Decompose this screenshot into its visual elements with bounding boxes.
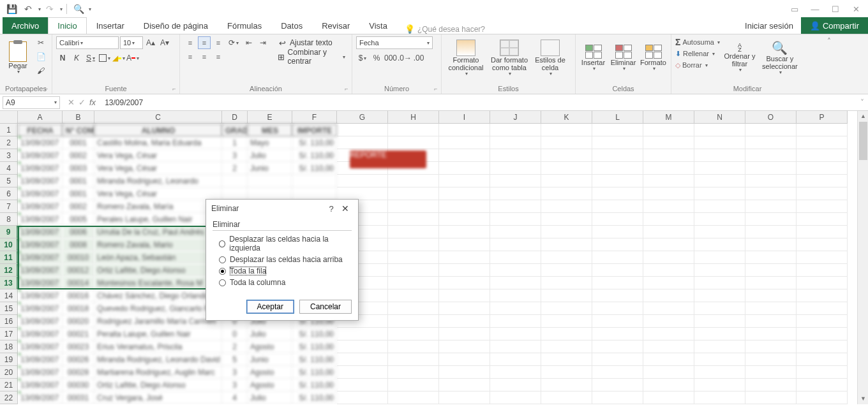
- cell[interactable]: [541, 302, 592, 315]
- decrease-indent-icon[interactable]: ⇤: [243, 36, 255, 49]
- tab-insertar[interactable]: Insertar: [87, 17, 134, 34]
- cell[interactable]: [643, 264, 694, 277]
- cell[interactable]: [439, 200, 490, 213]
- row-header[interactable]: 18: [0, 340, 18, 353]
- cell[interactable]: 3: [222, 366, 248, 379]
- cell[interactable]: S/. 110,00: [292, 340, 337, 353]
- cell[interactable]: [388, 289, 439, 302]
- cell[interactable]: [592, 226, 643, 238]
- cell[interactable]: [694, 379, 745, 391]
- cell[interactable]: [541, 315, 592, 328]
- cell[interactable]: [797, 175, 848, 187]
- cell[interactable]: [337, 366, 388, 379]
- cell[interactable]: 00030: [63, 379, 94, 391]
- cell[interactable]: Julio: [248, 149, 292, 162]
- cell[interactable]: [388, 391, 439, 404]
- cell[interactable]: [248, 187, 292, 200]
- cell[interactable]: 00021: [63, 328, 94, 340]
- decrease-decimal-icon[interactable]: .00: [412, 52, 425, 64]
- qat-customize-icon[interactable]: ▾: [89, 6, 91, 12]
- cell[interactable]: [592, 340, 643, 353]
- cell[interactable]: [694, 328, 745, 340]
- percent-format-icon[interactable]: %: [370, 52, 383, 64]
- select-all-corner[interactable]: [0, 111, 18, 124]
- cell[interactable]: 13/09/2007: [18, 264, 63, 277]
- row-header[interactable]: 4: [0, 162, 18, 175]
- cell[interactable]: Quevedo Rodriguez, Giancarlo Rafael: [94, 302, 222, 315]
- tab-inicio[interactable]: Inicio: [48, 17, 86, 34]
- column-header[interactable]: H: [388, 111, 439, 123]
- row-header[interactable]: 6: [0, 187, 18, 200]
- cell[interactable]: 00014: [63, 277, 94, 289]
- row-header[interactable]: 2: [0, 136, 18, 149]
- row-header[interactable]: 19: [0, 353, 18, 366]
- cell[interactable]: [490, 187, 541, 200]
- cell[interactable]: [439, 187, 490, 200]
- cell[interactable]: 00016: [63, 289, 94, 302]
- ok-button[interactable]: Aceptar: [246, 300, 294, 314]
- cell[interactable]: [694, 213, 745, 226]
- cell[interactable]: [745, 149, 797, 162]
- bold-button[interactable]: N: [56, 52, 69, 64]
- cell[interactable]: [797, 149, 848, 162]
- cell[interactable]: [694, 302, 745, 315]
- increase-decimal-icon[interactable]: .0→: [398, 52, 411, 64]
- tab-revisar[interactable]: Revisar: [312, 17, 359, 34]
- cell[interactable]: 0005: [63, 213, 94, 226]
- cell[interactable]: [541, 251, 592, 264]
- cell[interactable]: [292, 187, 337, 200]
- dialog-radio-option[interactable]: Desplazar las celdas hacia la izquierda: [213, 233, 352, 254]
- cell-styles-button[interactable]: Estilos de celda▾: [532, 36, 568, 80]
- vertical-scrollbar[interactable]: ▲ ▼: [857, 111, 868, 404]
- cell[interactable]: [592, 264, 643, 277]
- format-painter-icon[interactable]: 🖌: [34, 64, 47, 77]
- cell[interactable]: [388, 226, 439, 238]
- cell[interactable]: 13/09/2007: [18, 379, 63, 391]
- cell[interactable]: [439, 251, 490, 264]
- cell[interactable]: [643, 328, 694, 340]
- cell[interactable]: [643, 175, 694, 187]
- column-header[interactable]: L: [592, 111, 643, 123]
- scroll-down-icon[interactable]: ▼: [858, 393, 868, 404]
- fill-color-button[interactable]: ◢▾: [112, 52, 125, 64]
- cell[interactable]: [694, 277, 745, 289]
- column-header[interactable]: D: [222, 111, 248, 123]
- cell[interactable]: S/. 110,00: [292, 162, 337, 175]
- cell[interactable]: 00010: [63, 251, 94, 264]
- cell[interactable]: [797, 328, 848, 340]
- dialog-titlebar[interactable]: Eliminar ? ✕: [206, 200, 358, 217]
- tab-diseño-de-página[interactable]: Diseño de página: [134, 17, 218, 34]
- cell[interactable]: [694, 162, 745, 175]
- cell[interactable]: [592, 200, 643, 213]
- cell[interactable]: [388, 315, 439, 328]
- column-header[interactable]: E: [248, 111, 292, 123]
- decrease-font-icon[interactable]: A▾: [158, 36, 171, 49]
- name-box[interactable]: A9▾: [3, 96, 60, 109]
- cell[interactable]: Erius Veramatus, Priscila: [94, 340, 222, 353]
- cell[interactable]: [490, 366, 541, 379]
- cell[interactable]: [439, 136, 490, 149]
- sort-filter-button[interactable]: AZOrdenar y filtrar▾: [722, 36, 757, 80]
- cell[interactable]: [643, 289, 694, 302]
- cell[interactable]: Miranda Rodriguez, Leonardo David: [94, 353, 222, 366]
- cell[interactable]: [337, 379, 388, 391]
- font-size-combo[interactable]: 10▾: [120, 36, 143, 49]
- cell[interactable]: [745, 226, 797, 238]
- cell[interactable]: [745, 391, 797, 404]
- cell[interactable]: [797, 200, 848, 213]
- cell[interactable]: [439, 366, 490, 379]
- cell[interactable]: [745, 302, 797, 315]
- dialog-radio-option[interactable]: Desplazar las celdas hacia arriba: [213, 254, 352, 265]
- cell[interactable]: [541, 328, 592, 340]
- cell[interactable]: [694, 175, 745, 187]
- cancel-formula-icon[interactable]: ✕: [68, 98, 75, 107]
- maximize-icon[interactable]: ☐: [827, 2, 844, 16]
- cell[interactable]: 00018: [63, 302, 94, 315]
- cell[interactable]: Vera Vega, César: [94, 187, 222, 200]
- cell[interactable]: [797, 136, 848, 149]
- cell[interactable]: [292, 175, 337, 187]
- expand-formula-bar-icon[interactable]: ˅: [857, 98, 868, 107]
- cell[interactable]: [439, 226, 490, 238]
- cell[interactable]: [541, 187, 592, 200]
- cell[interactable]: Ortiz Lafitte, Diego Alonso: [94, 379, 222, 391]
